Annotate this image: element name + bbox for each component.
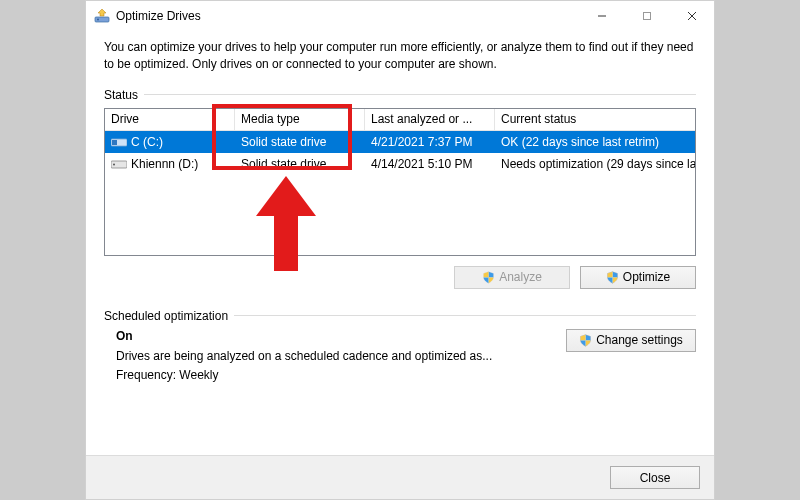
footer: Close bbox=[86, 455, 714, 499]
status-label-text: Status bbox=[104, 88, 138, 102]
last-analyzed-cell: 4/14/2021 5:10 PM bbox=[365, 157, 495, 171]
change-settings-button[interactable]: Change settings bbox=[566, 329, 696, 352]
scheduled-text: On Drives are being analyzed on a schedu… bbox=[104, 329, 556, 387]
scheduled-frequency: Frequency: Weekly bbox=[116, 368, 556, 382]
drive-row-d[interactable]: Khiennn (D:) Solid state drive 4/14/2021… bbox=[105, 153, 695, 175]
optimize-label: Optimize bbox=[623, 270, 670, 284]
svg-rect-0 bbox=[95, 17, 109, 22]
column-last-analyzed[interactable]: Last analyzed or ... bbox=[365, 109, 495, 130]
drives-list[interactable]: Drive Media type Last analyzed or ... Cu… bbox=[104, 108, 696, 256]
drive-name-cell: C (C:) bbox=[105, 135, 235, 149]
media-type-cell: Solid state drive bbox=[235, 157, 365, 171]
drive-name-cell: Khiennn (D:) bbox=[105, 157, 235, 171]
description-text: You can optimize your drives to help you… bbox=[104, 39, 696, 74]
minimize-button[interactable] bbox=[579, 1, 624, 31]
shield-icon bbox=[606, 271, 619, 284]
svg-rect-3 bbox=[643, 13, 650, 20]
close-dialog-button[interactable]: Close bbox=[610, 466, 700, 489]
divider bbox=[144, 94, 696, 95]
status-section-label: Status bbox=[104, 88, 696, 102]
app-icon bbox=[94, 8, 110, 24]
optimize-drives-window: Optimize Drives You can optimize your dr… bbox=[85, 0, 715, 500]
action-button-row: Analyze Optimize bbox=[104, 266, 696, 289]
drive-name: C (C:) bbox=[131, 135, 163, 149]
analyze-label: Analyze bbox=[499, 270, 542, 284]
change-settings-label: Change settings bbox=[596, 333, 683, 347]
column-drive[interactable]: Drive bbox=[105, 109, 235, 130]
drive-name: Khiennn (D:) bbox=[131, 157, 198, 171]
analyze-button[interactable]: Analyze bbox=[454, 266, 570, 289]
close-button[interactable] bbox=[669, 1, 714, 31]
shield-icon bbox=[579, 334, 592, 347]
svg-point-1 bbox=[97, 19, 99, 21]
maximize-button[interactable] bbox=[624, 1, 669, 31]
svg-point-9 bbox=[113, 163, 115, 165]
window-title: Optimize Drives bbox=[116, 9, 579, 23]
drive-row-c[interactable]: C (C:) Solid state drive 4/21/2021 7:37 … bbox=[105, 131, 695, 153]
titlebar: Optimize Drives bbox=[86, 1, 714, 31]
column-media-type[interactable]: Media type bbox=[235, 109, 365, 130]
scheduled-label-text: Scheduled optimization bbox=[104, 309, 228, 323]
window-controls bbox=[579, 1, 714, 31]
divider bbox=[234, 315, 696, 316]
scheduled-description: Drives are being analyzed on a scheduled… bbox=[116, 349, 556, 363]
drive-icon bbox=[111, 136, 127, 148]
list-header[interactable]: Drive Media type Last analyzed or ... Cu… bbox=[105, 109, 695, 131]
scheduled-block: On Drives are being analyzed on a schedu… bbox=[104, 329, 696, 387]
scheduled-on: On bbox=[116, 329, 556, 343]
drive-icon bbox=[111, 158, 127, 170]
close-label: Close bbox=[640, 471, 671, 485]
scheduled-section-label: Scheduled optimization bbox=[104, 309, 696, 323]
shield-icon bbox=[482, 271, 495, 284]
window-content: You can optimize your drives to help you… bbox=[86, 31, 714, 455]
last-analyzed-cell: 4/21/2021 7:37 PM bbox=[365, 135, 495, 149]
status-cell: Needs optimization (29 days since last..… bbox=[495, 157, 695, 171]
optimize-button[interactable]: Optimize bbox=[580, 266, 696, 289]
svg-rect-7 bbox=[112, 140, 117, 145]
media-type-cell: Solid state drive bbox=[235, 135, 365, 149]
column-current-status[interactable]: Current status bbox=[495, 109, 695, 130]
status-cell: OK (22 days since last retrim) bbox=[495, 135, 695, 149]
